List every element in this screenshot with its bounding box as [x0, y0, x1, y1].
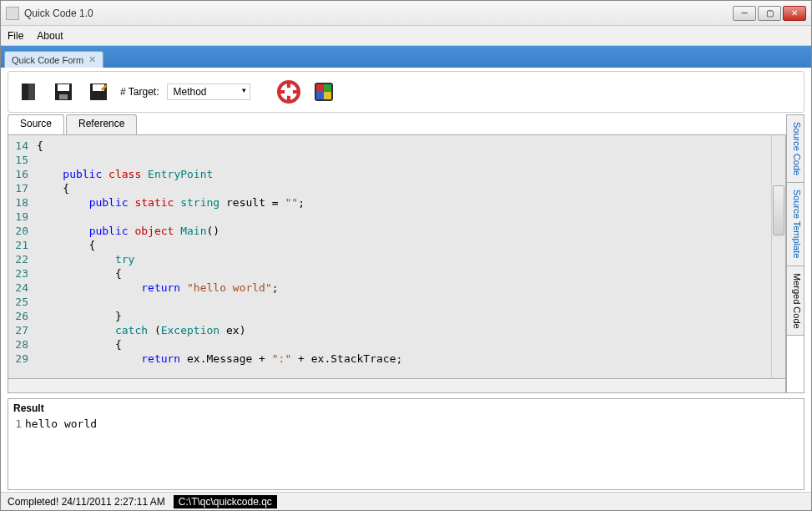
- line-gutter: 14151617181920212223242526272829: [8, 135, 32, 378]
- close-button[interactable]: ✕: [783, 6, 806, 21]
- result-line-number: 1: [8, 417, 25, 489]
- side-tab-source-template[interactable]: Source Template: [787, 183, 804, 266]
- minimize-button[interactable]: ─: [733, 6, 756, 21]
- svg-point-10: [285, 88, 293, 96]
- save-button[interactable]: [50, 78, 77, 105]
- code-editor[interactable]: 14151617181920212223242526272829 { publi…: [8, 134, 786, 379]
- editor-tabs: Source Reference: [8, 114, 786, 134]
- statusbar: Completed! 24/11/2011 2:27:11 AM C:\T\qc…: [1, 492, 811, 510]
- status-message: Completed! 24/11/2011 2:27:11 AM: [8, 496, 165, 508]
- side-tabs: Source Code Source Template Merged Code: [786, 114, 804, 393]
- result-title: Result: [8, 399, 804, 417]
- toolbar: # Target: Method: [8, 71, 804, 113]
- document-tabbar: Quick Code Form ✕: [1, 46, 811, 68]
- app-icon: [6, 7, 19, 20]
- code-text[interactable]: { public class EntryPoint { public stati…: [32, 135, 771, 378]
- vertical-scrollbar[interactable]: [771, 135, 785, 378]
- svg-rect-1: [28, 83, 35, 100]
- svg-rect-0: [22, 83, 28, 100]
- document-tab-label: Quick Code Form: [12, 55, 83, 65]
- horizontal-scrollbar[interactable]: [8, 379, 786, 393]
- svg-rect-13: [324, 84, 331, 92]
- menubar: File About: [1, 26, 811, 46]
- menu-file[interactable]: File: [8, 30, 23, 42]
- tab-source[interactable]: Source: [8, 114, 64, 134]
- svg-rect-14: [316, 92, 324, 99]
- titlebar: Quick Code 1.0 ─ ▢ ✕: [1, 1, 811, 26]
- svg-rect-12: [316, 84, 324, 92]
- menu-about[interactable]: About: [37, 30, 63, 42]
- svg-rect-15: [324, 92, 331, 99]
- close-tab-icon[interactable]: ✕: [88, 54, 96, 65]
- tab-reference[interactable]: Reference: [66, 114, 137, 134]
- svg-rect-4: [59, 94, 68, 99]
- help-button[interactable]: [275, 78, 302, 105]
- window-title: Quick Code 1.0: [24, 8, 733, 19]
- side-tab-source-code[interactable]: Source Code: [787, 115, 804, 183]
- maximize-button[interactable]: ▢: [758, 6, 781, 21]
- target-select[interactable]: Method: [167, 83, 250, 100]
- status-filepath: C:\T\qc\quickcode.qc: [174, 495, 277, 508]
- document-tab[interactable]: Quick Code Form ✕: [4, 51, 103, 68]
- target-label: # Target:: [120, 86, 159, 98]
- result-text: hello world: [25, 417, 804, 489]
- scrollbar-thumb[interactable]: [773, 185, 784, 235]
- edit-button[interactable]: [85, 78, 112, 105]
- side-tab-merged-code[interactable]: Merged Code: [787, 266, 804, 336]
- run-button[interactable]: [310, 78, 337, 105]
- svg-rect-3: [58, 84, 69, 91]
- result-panel: Result 1 hello world: [8, 398, 804, 490]
- new-button[interactable]: [15, 78, 42, 105]
